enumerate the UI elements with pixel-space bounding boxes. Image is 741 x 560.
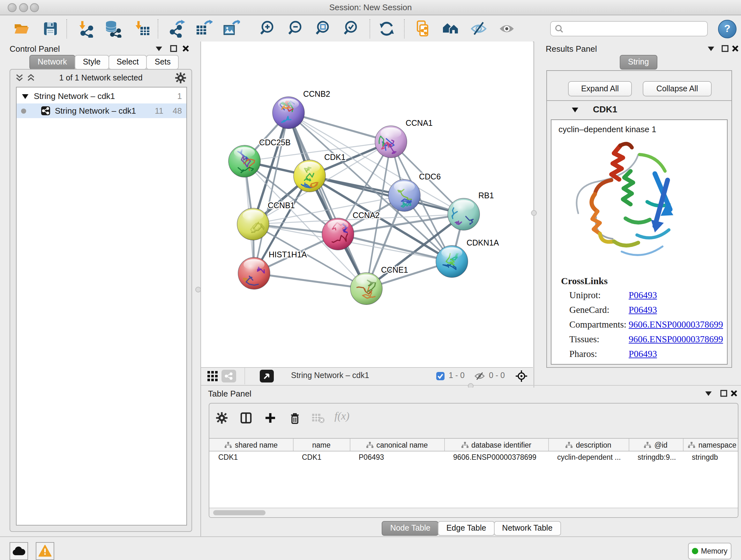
network-node-CDC25B[interactable]: CDC25B bbox=[228, 138, 291, 177]
help-button[interactable]: ? bbox=[718, 20, 737, 38]
column-header-name[interactable]: name bbox=[293, 439, 350, 451]
table-cell[interactable]: CDK1 bbox=[209, 451, 293, 463]
protein-section-header[interactable]: CDK1 bbox=[547, 101, 731, 119]
table-panel-float-icon[interactable] bbox=[704, 389, 713, 398]
column-header-shared-name[interactable]: shared name bbox=[209, 439, 293, 451]
column-header-@id[interactable]: @id bbox=[629, 439, 684, 451]
network-node-CDKN1A[interactable]: CDKN1A bbox=[436, 238, 499, 277]
export-table-icon[interactable] bbox=[195, 20, 212, 38]
fit-selected-crosshair-icon[interactable] bbox=[515, 370, 528, 382]
open-folder-icon[interactable] bbox=[13, 20, 30, 38]
network-node-HIST1H1A[interactable]: HIST1H1A bbox=[238, 250, 307, 289]
control-panel-float-icon[interactable] bbox=[154, 44, 163, 53]
delete-column-icon[interactable] bbox=[288, 411, 301, 425]
add-column-icon[interactable] bbox=[264, 412, 276, 424]
table-panel-close-icon[interactable] bbox=[730, 389, 738, 398]
collapse-all-button[interactable]: Collapse All bbox=[643, 81, 712, 97]
tab-edge-table[interactable]: Edge Table bbox=[438, 521, 495, 536]
crosslink-link[interactable]: P06493 bbox=[629, 349, 657, 360]
network-node-CCNB1[interactable]: CCNB1 bbox=[237, 201, 295, 240]
network-canvas[interactable]: CCNB2CCNA1CDC25BCDK1CDC6RB1CCNB1CCNA2CDK… bbox=[201, 42, 533, 367]
table-cell[interactable]: CDK1 bbox=[293, 451, 350, 463]
expand-all-button[interactable]: Expand All bbox=[568, 81, 632, 97]
zoom-in-icon[interactable] bbox=[259, 20, 277, 38]
tab-style[interactable]: Style bbox=[75, 55, 109, 70]
selected-checkbox[interactable] bbox=[436, 372, 445, 381]
results-panel-close-icon[interactable] bbox=[731, 44, 740, 53]
tab-select[interactable]: Select bbox=[108, 55, 147, 70]
delete-table-icon[interactable] bbox=[312, 413, 325, 423]
show-columns-icon[interactable] bbox=[240, 412, 252, 424]
import-network-icon[interactable] bbox=[77, 20, 95, 38]
protein-details: cyclin–dependent kinase 1 bbox=[551, 119, 728, 365]
table-hscrollbar-thumb[interactable] bbox=[213, 510, 266, 515]
tab-sets[interactable]: Sets bbox=[146, 55, 179, 70]
network-node-RB1[interactable]: RB1 bbox=[448, 191, 494, 230]
table-gear-icon[interactable] bbox=[216, 412, 228, 424]
zoom-selected-icon[interactable] bbox=[343, 20, 360, 38]
table-panel-title: Table Panel bbox=[208, 389, 252, 398]
zoom-fit-icon[interactable] bbox=[315, 20, 333, 38]
export-network-icon[interactable] bbox=[168, 20, 186, 38]
table-hscrollbar[interactable] bbox=[209, 508, 738, 517]
crosslink-link[interactable]: P06493 bbox=[629, 305, 657, 315]
table-panel-maximize-icon[interactable] bbox=[719, 389, 728, 398]
table-cell[interactable]: 9606.ENSP00000378699 bbox=[444, 451, 548, 463]
table-cell[interactable]: stringdb:9... bbox=[629, 451, 683, 463]
column-header-database-identifier[interactable]: database identifier bbox=[444, 439, 549, 451]
tab-string[interactable]: String bbox=[620, 55, 657, 70]
memory-label: Memory bbox=[701, 547, 727, 555]
crosslink-link[interactable]: 9606.ENSP00000378699 bbox=[629, 334, 723, 345]
control-panel: Control Panel NetworkStyleSelectSets 1 o… bbox=[0, 42, 201, 537]
network-node-CDK1[interactable]: CDK1 bbox=[293, 152, 346, 192]
network-options-gear-icon[interactable] bbox=[175, 72, 186, 84]
control-splitter-grip[interactable] bbox=[195, 287, 201, 293]
memory-button[interactable]: Memory bbox=[688, 543, 731, 559]
crosslink-link[interactable]: P06493 bbox=[629, 290, 657, 301]
table-cell[interactable]: P06493 bbox=[350, 451, 444, 463]
table-cell[interactable]: cyclin-dependent ... bbox=[548, 451, 629, 463]
crosslink-label: Pharos: bbox=[569, 349, 597, 360]
crosslink-link[interactable]: 9606.ENSP00000378699 bbox=[629, 319, 723, 330]
show-eye-icon[interactable] bbox=[498, 20, 516, 38]
network-node-CDC6[interactable]: CDC6 bbox=[388, 172, 441, 211]
save-icon[interactable] bbox=[42, 20, 59, 38]
warning-button[interactable] bbox=[36, 542, 54, 560]
column-header-description[interactable]: description bbox=[548, 439, 629, 451]
grid-view-icon[interactable] bbox=[207, 371, 218, 381]
column-header-canonical-name[interactable]: canonical name bbox=[350, 439, 445, 451]
import-table-icon[interactable] bbox=[133, 20, 151, 38]
table-container: f(x) shared namenamecanonical namedataba… bbox=[209, 403, 738, 518]
control-panel-title: Control Panel bbox=[10, 44, 60, 54]
network-edge-count: 48 bbox=[173, 104, 182, 118]
results-splitter-grip[interactable] bbox=[531, 210, 537, 216]
network-node-CCNA1[interactable]: CCNA1 bbox=[375, 118, 433, 158]
network-share-toggle[interactable] bbox=[221, 370, 236, 382]
tab-node-table[interactable]: Node Table bbox=[382, 521, 439, 536]
protein-collapse-caret-icon[interactable] bbox=[571, 107, 579, 114]
control-panel-maximize-icon[interactable] bbox=[169, 44, 178, 53]
control-panel-close-icon[interactable] bbox=[181, 44, 190, 53]
network-row[interactable]: String Network – cdk1 11 48 bbox=[17, 104, 186, 118]
clipboard-network-icon[interactable] bbox=[414, 20, 431, 38]
selected-counter: 1 - 0 bbox=[449, 371, 465, 380]
results-panel-maximize-icon[interactable] bbox=[721, 44, 730, 53]
tab-network[interactable]: Network bbox=[29, 55, 75, 70]
cloud-button[interactable] bbox=[10, 542, 28, 560]
zoom-out-icon[interactable] bbox=[287, 20, 305, 38]
tab-network-table[interactable]: Network Table bbox=[494, 521, 561, 536]
function-builder-icon[interactable]: f(x) bbox=[334, 410, 349, 423]
refresh-icon[interactable] bbox=[378, 20, 396, 38]
network-collection-row[interactable]: String Network – cdk1 1 bbox=[17, 89, 186, 104]
home-networks-icon[interactable] bbox=[442, 20, 460, 38]
export-image-icon[interactable] bbox=[222, 20, 240, 38]
import-network-database-icon[interactable] bbox=[104, 20, 122, 38]
collection-expand-caret-icon[interactable] bbox=[22, 93, 29, 100]
search-input[interactable] bbox=[550, 21, 708, 37]
hide-eye-icon[interactable] bbox=[470, 20, 488, 38]
birdseye-toggle[interactable] bbox=[260, 370, 274, 382]
results-panel-float-icon[interactable] bbox=[706, 44, 716, 53]
column-header-namespace[interactable]: namespace bbox=[683, 439, 738, 451]
hidden-eye-icon[interactable] bbox=[474, 372, 485, 381]
table-cell[interactable]: stringdb bbox=[683, 451, 738, 463]
